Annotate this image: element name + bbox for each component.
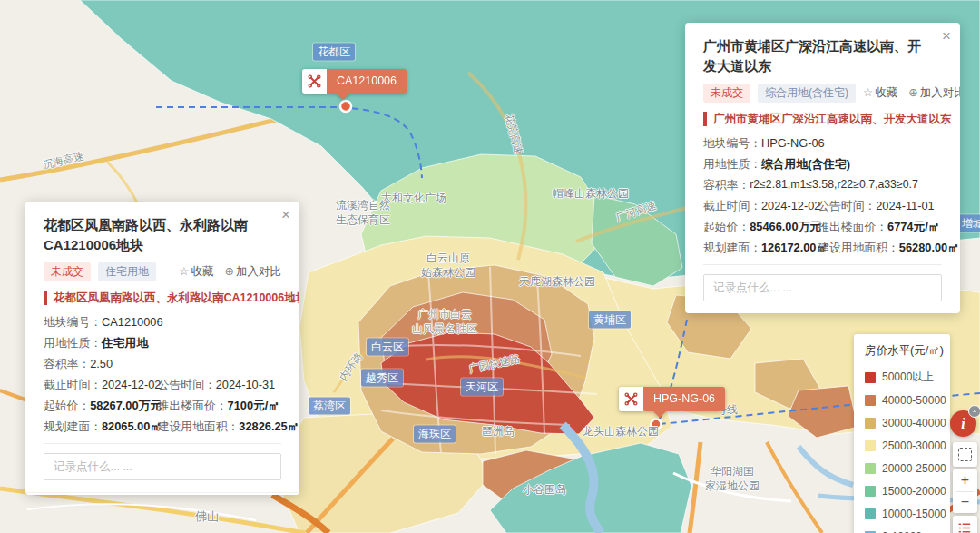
field-label: 规划建面：	[703, 241, 761, 254]
field-label: 公告时间：	[158, 378, 216, 391]
field-label: 截止时间：	[44, 378, 102, 391]
parcel-subtitle: 花都区凤凰南路以西、永利路以南CA1210006地块	[44, 291, 281, 305]
field-label: 推出楼面价：	[158, 399, 228, 412]
district-label-tianhe: 天河区	[461, 379, 503, 396]
close-icon[interactable]: ×	[281, 207, 290, 223]
legend-item: 25000-30000	[865, 434, 939, 457]
legend-swatch	[865, 463, 876, 474]
legend-title: 房价水平(元/㎡)	[865, 343, 939, 359]
star-icon: ☆	[863, 86, 873, 99]
map-stage: 花都区 白云区 越秀区 天河区 海珠区 荔湾区 黄埔区 增城 太和文化广场 帽峰…	[0, 0, 980, 533]
place-label-foshan: 佛山	[195, 509, 219, 524]
legend-item: 15000-20000	[865, 479, 939, 502]
field-label: 起始价：	[44, 399, 90, 412]
place-label-liuxi: 流溪湾自然 生态保育区	[336, 198, 390, 227]
field-value: CA1210006	[102, 311, 163, 332]
field-value: 2024-12-02	[761, 199, 820, 212]
field-label: 推出楼面价：	[818, 220, 887, 233]
legend-swatch	[865, 395, 876, 406]
list-icon	[957, 520, 973, 533]
field-value: 2024-12-02	[102, 378, 161, 391]
fit-view-button[interactable]	[953, 442, 977, 467]
district-label-yuexiu: 越秀区	[361, 370, 403, 387]
legend-toggle-button[interactable]	[953, 516, 977, 533]
field-label: 规划建面：	[44, 419, 102, 433]
dashed-square-icon	[958, 448, 972, 461]
status-badge: 未成交	[703, 84, 750, 103]
place-label-scenic: 广州市白云 山风景名胜区	[412, 307, 477, 336]
field-label: 用地性质：	[44, 332, 102, 353]
place-label-huayang: 华阳湖国 家湿地公园	[705, 464, 760, 493]
info-close-badge[interactable]: ×	[968, 405, 980, 418]
note-input[interactable]	[44, 453, 281, 480]
field-label: 用地性质：	[703, 153, 761, 174]
star-icon: ☆	[179, 265, 189, 278]
divider	[703, 264, 942, 265]
field-value: r2≤2.81,m1≤3.58,r22≥0.7,a33≥0.7	[750, 174, 918, 195]
parcel-marker-icon	[619, 387, 643, 411]
landuse-badge: 综合用地(含住宅)	[758, 84, 856, 103]
place-label-tianlu: 天鹿湖森林公园	[519, 274, 595, 289]
place-label-longtou: 龙头山森林公园	[583, 424, 659, 439]
legend-item: 50000以上	[865, 366, 939, 389]
zoom-in-button[interactable]: +	[953, 469, 977, 491]
legend-item: 0-10000	[865, 525, 939, 533]
legend-item: 40000-50000	[865, 389, 939, 411]
legend-item: 30000-40000	[865, 411, 939, 434]
legend-swatch	[865, 486, 876, 497]
field-label: 截止时间：	[703, 199, 761, 212]
field-label: 地块编号：	[44, 311, 102, 332]
district-label-huangpu: 黄埔区	[589, 311, 631, 329]
zoom-control: + −	[953, 469, 977, 513]
field-label: 起始价：	[703, 220, 750, 233]
marker-label: CA1210006	[327, 69, 407, 94]
circle-plus-icon: ⊕	[908, 86, 917, 99]
legend-swatch	[865, 372, 876, 383]
field-label: 容积率：	[703, 174, 750, 195]
field-value: 32826.25㎡	[239, 419, 299, 433]
price-legend-panel: 房价水平(元/㎡) 50000以上 40000-50000 30000-4000…	[854, 334, 950, 533]
parcel-card-huangpu: × 广州市黄埔区广深沿江高速以南、开发大道以东 未成交 综合用地(含住宅) ☆收…	[685, 23, 960, 313]
field-value: 综合用地(含住宅)	[761, 153, 850, 174]
field-label: 建设用地面积：	[158, 419, 240, 433]
landuse-badge: 住宅用地	[98, 262, 156, 281]
close-icon[interactable]: ×	[942, 28, 951, 44]
parcel-marker-icon	[302, 69, 327, 94]
favorite-button[interactable]: ☆收藏	[863, 85, 897, 101]
place-label-baiyun-forest: 白云山原 始森林公园	[421, 251, 475, 280]
field-value: 6774元/㎡	[887, 220, 940, 233]
place-label-maofeng: 帽峰山森林公园	[553, 186, 629, 201]
district-label-liwan: 荔湾区	[309, 398, 350, 415]
favorite-button[interactable]: ☆收藏	[179, 264, 213, 280]
divider	[44, 443, 281, 444]
field-label: 公告时间：	[818, 199, 876, 212]
field-value: 56280.00㎡	[899, 241, 959, 254]
district-label-baiyun: 白云区	[367, 339, 408, 356]
district-label-zengcheng: 增城	[957, 215, 980, 232]
legend-item: 10000-15000	[865, 502, 939, 525]
map-marker-ca1210006[interactable]: CA1210006	[302, 69, 407, 94]
place-label-xiaoguwei: 小谷围岛	[523, 482, 566, 497]
card-title: 广州市黄埔区广深沿江高速以南、开发大道以东	[703, 36, 942, 76]
field-value: 2024-10-31	[216, 378, 275, 391]
legend-swatch	[865, 440, 876, 451]
field-value: 7100元/㎡	[228, 399, 280, 412]
status-badge: 未成交	[44, 262, 91, 281]
add-compare-button[interactable]: ⊕加入对比	[908, 85, 960, 101]
field-value: 2024-11-01	[876, 199, 935, 212]
add-compare-button[interactable]: ⊕加入对比	[225, 264, 281, 280]
field-value: 住宅用地	[102, 332, 148, 353]
field-value: HPG-NG-06	[761, 133, 825, 153]
legend-item: 20000-25000	[865, 457, 939, 479]
parcel-card-huadu: × 花都区凤凰南路以西、永利路以南CA1210006地块 未成交 住宅用地 ☆收…	[25, 202, 299, 495]
card-title: 花都区凤凰南路以西、永利路以南CA1210006地块	[44, 215, 281, 255]
field-value: 2.50	[90, 353, 113, 374]
field-label: 建设用地面积：	[818, 241, 899, 254]
field-value: 58267.00万元	[90, 399, 162, 412]
zoom-out-button[interactable]: −	[953, 492, 977, 514]
map-marker-hpg-ng-06[interactable]: HPG-NG-06	[619, 387, 725, 411]
place-label-pazhou: 琶洲岛	[482, 424, 514, 439]
field-label: 容积率：	[44, 353, 90, 374]
note-input[interactable]	[703, 274, 942, 301]
circle-plus-icon: ⊕	[225, 265, 234, 278]
